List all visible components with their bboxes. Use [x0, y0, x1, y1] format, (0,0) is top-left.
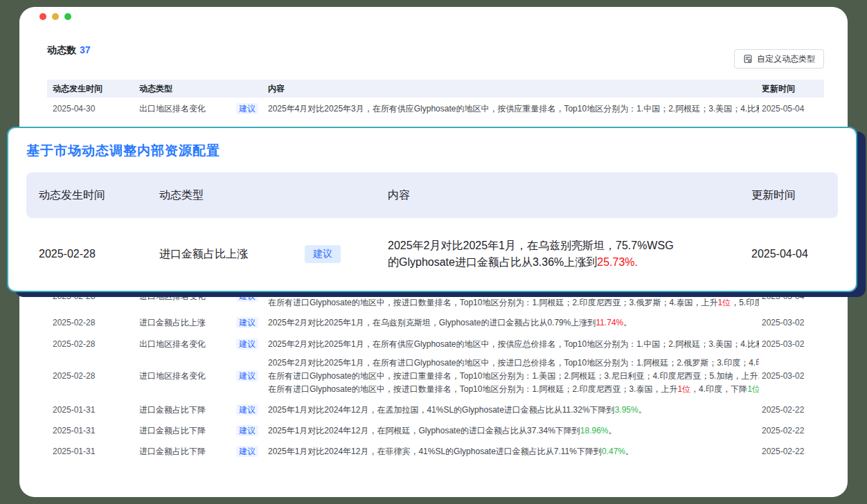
close-button[interactable]: [39, 13, 46, 20]
table-row: 2025-02-28 进口地区排名变化 建议 2025年2月对比2025年1月，…: [47, 357, 824, 396]
row-date: 2025-02-28: [47, 291, 134, 303]
header-dynamic-type: 动态类型: [134, 83, 231, 95]
customize-dynamic-type-button[interactable]: 自定义动态类型: [734, 49, 824, 69]
table-row: 2025-01-31 进口金额占比下降 建议 2025年1月对比2024年12月…: [47, 446, 824, 458]
suggestion-badge[interactable]: 建议: [236, 404, 258, 415]
row-content: 2025年4月对比2025年3月，在所有供应Glyphosate的地区中，按供应…: [265, 103, 759, 115]
table-row: 2025-02-28 进口金额占比上涨 建议 2025年2月对比2025年1月，…: [47, 317, 824, 329]
table-row: 2025-01-31 进口金额占比下降 建议 2025年1月对比2024年12月…: [47, 404, 824, 416]
row-content: 2025年2月对比2025年1月，在所有供应Glyphosate的地区中，按供应…: [265, 339, 759, 350]
document-gear-icon: [743, 54, 753, 64]
zoom-button[interactable]: [64, 13, 71, 20]
row-updated: 2025-04-04: [740, 248, 838, 260]
table-row: 2025-02-28 进口地区排名变化 建议 在所有进口Glyphosate的地…: [47, 291, 824, 309]
row-content: 2025年1月对比2024年12月，在孟加拉国，41%SL的Glyphosate…: [265, 404, 759, 416]
header-content: 内容: [379, 188, 740, 203]
row-type: 出口地区排名变化: [134, 103, 231, 115]
row-type: 出口地区排名变化: [134, 339, 231, 350]
minimize-button[interactable]: [52, 13, 59, 20]
row-date: 2025-01-31: [47, 425, 134, 437]
row-type: 进口金额占比下降: [134, 404, 231, 416]
suggestion-badge[interactable]: 建议: [236, 425, 258, 436]
row-updated: 2025-02-22: [759, 425, 824, 437]
suggestion-detail-card: 基于市场动态调整内部资源配置 动态发生时间 动态类型 内容 更新时间 2025-…: [7, 127, 857, 292]
row-type: 进口金额占比上涨: [154, 247, 300, 262]
desktop-background: { "colors": { "page_background": "#4e5c4…: [0, 0, 867, 504]
row-type: 进口金额占比上涨: [134, 317, 231, 329]
suggestion-badge[interactable]: 建议: [305, 245, 341, 263]
row-date: 2025-01-31: [47, 446, 134, 458]
header-dynamic-type: 动态类型: [154, 188, 300, 203]
row-type: 进口地区排名变化: [134, 291, 231, 303]
table-row: 2025-04-30 出口地区排名变化 建议 2025年4月对比2025年3月，…: [47, 103, 824, 115]
row-updated: 2025-03-02: [759, 339, 824, 350]
row-updated: 2025-02-22: [759, 446, 824, 458]
header-occurrence-time: 动态发生时间: [47, 83, 134, 95]
row-content: 2025年1月对比2024年12月，在阿根廷，Glyphosate的进口金额占比…: [265, 425, 759, 437]
row-content: 2025年2月对比2025年1月，在乌兹别亮斯坦，75.7%WSG 的Glyph…: [379, 237, 740, 271]
window-controls: [39, 13, 71, 20]
suggestion-badge[interactable]: 建议: [236, 103, 258, 114]
dynamics-count: 动态数37: [47, 44, 91, 57]
row-content: 2025年1月对比2024年12月，在菲律宾，41%SL的Glyphosate进…: [265, 446, 759, 458]
row-content: 2025年2月对比2025年1月，在乌兹别克斯坦，Glyphosate的进口金额…: [265, 317, 759, 329]
row-date: 2025-02-28: [47, 370, 134, 382]
suggestion-card-row: 2025-02-28 进口金额占比上涨 建议 2025年2月对比2025年1月，…: [26, 229, 838, 279]
dynamics-count-label: 动态数: [47, 44, 76, 55]
dynamics-count-value: 37: [80, 44, 91, 55]
suggestion-badge[interactable]: 建议: [236, 370, 258, 381]
header-content: 内容: [265, 83, 759, 95]
row-date: 2025-04-30: [47, 103, 134, 115]
row-updated: 2025-05-04: [759, 103, 824, 115]
suggestion-card-title: 基于市场动态调整内部资源配置: [26, 142, 856, 160]
header-occurrence-time: 动态发生时间: [26, 188, 154, 203]
table-header: 动态发生时间 动态类型 内容 更新时间: [47, 80, 824, 98]
header-update-time: 更新时间: [759, 83, 824, 95]
row-updated: 2025-02-22: [759, 404, 824, 416]
row-updated: 2025-03-02: [759, 317, 824, 329]
row-content: 在所有进口Glyphosate的地区中，按进口数量排名，Top10地区分别为：1…: [265, 297, 759, 309]
row-updated: 2025-03-04: [759, 291, 824, 303]
row-date: 2025-02-28: [47, 317, 134, 329]
suggestion-badge[interactable]: 建议: [236, 317, 258, 328]
row-updated: 2025-03-02: [759, 370, 824, 382]
row-date: 2025-02-28: [26, 248, 154, 260]
suggestion-badge[interactable]: 建议: [236, 339, 258, 350]
row-date: 2025-02-28: [47, 339, 134, 350]
row-content: 2025年2月对比2025年1月，在所有进口Glyphosate的地区中，按进口…: [265, 357, 759, 396]
row-type: 进口地区排名变化: [134, 370, 231, 382]
suggestion-badge[interactable]: 建议: [236, 291, 258, 302]
header-update-time: 更新时间: [740, 188, 838, 203]
suggestion-badge[interactable]: 建议: [236, 446, 258, 457]
row-type: 进口金额占比下降: [134, 446, 231, 458]
customize-dynamic-type-label: 自定义动态类型: [757, 53, 815, 65]
table-row: 2025-01-31 进口金额占比下降 建议 2025年1月对比2024年12月…: [47, 425, 824, 437]
row-type: 进口金额占比下降: [134, 425, 231, 437]
table-row: 2025-02-28 出口地区排名变化 建议 2025年2月对比2025年1月，…: [47, 339, 824, 350]
row-date: 2025-01-31: [47, 404, 134, 416]
suggestion-card-table-header: 动态发生时间 动态类型 内容 更新时间: [26, 172, 838, 218]
